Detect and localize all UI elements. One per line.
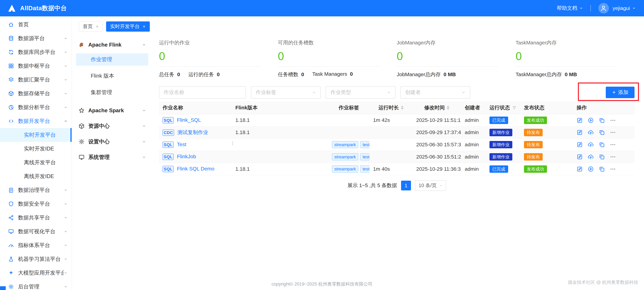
open-tabs-bar: 首页 实时开发平台 — [79, 22, 644, 32]
page-size-select[interactable]: 10 条/页 — [415, 180, 446, 191]
edit-icon[interactable] — [576, 166, 583, 172]
sidebar-item-data-security[interactable]: 数据安全平台 — [0, 197, 72, 211]
sidebar-item-realtime-dev-platform[interactable]: 实时开发平台 — [0, 128, 72, 142]
start-job-icon[interactable] — [588, 117, 594, 124]
sidebar-item-metrics-system[interactable]: 指标体系平台 — [0, 238, 72, 252]
close-icon[interactable] — [142, 25, 146, 28]
sort-icons[interactable] — [401, 106, 404, 110]
table-row: SQLFlinkJob streamparktest 2025-06-30 15… — [159, 151, 634, 163]
sidebar-item-home[interactable]: 首页 — [0, 18, 72, 32]
sidebar-item-offline-dev-platform[interactable]: 离线开发平台 — [0, 156, 72, 170]
chevron-down-icon — [64, 106, 68, 109]
publish-job-icon[interactable] — [588, 129, 594, 136]
submenu-group-resource-center[interactable]: 资源中心 — [76, 118, 148, 134]
more-actions-icon[interactable] — [610, 154, 616, 160]
submenu-group-apache-flink[interactable]: Apache Flink — [76, 37, 148, 52]
sidebar-item-datasource[interactable]: 数据源平台 — [0, 32, 72, 45]
submenu-group-system-management[interactable]: 系统管理 — [76, 150, 148, 165]
submenu-group-settings-center[interactable]: 设置中心 — [76, 134, 148, 150]
flink-icon — [78, 42, 85, 48]
pagination-summary: 展示 1~5 ,共 5 条数据 — [348, 182, 397, 189]
job-name-input[interactable] — [159, 86, 246, 98]
submenu-item-flink-version[interactable]: Flink 版本 — [76, 70, 148, 82]
sync-icon — [8, 49, 14, 55]
share-icon — [8, 215, 14, 220]
sort-icons[interactable] — [447, 106, 449, 110]
chevron-down-icon — [64, 188, 68, 192]
header-divider — [590, 5, 591, 12]
page-number-button[interactable]: 1 — [401, 181, 411, 190]
sidebar-item-data-storage[interactable]: 数据存储平台 — [0, 87, 72, 100]
more-actions-icon[interactable] — [610, 142, 616, 148]
sidebar-item-data-governance[interactable]: 数据治理平台 — [0, 183, 72, 197]
job-name-link[interactable]: 测试复制作业 — [178, 130, 208, 135]
sidebar-corner-accent[interactable] — [0, 286, 6, 290]
sidebar-item-data-visualization[interactable]: 数据可视化平台 — [0, 224, 72, 238]
job-name-link[interactable]: Flink SQL Demo — [177, 166, 214, 172]
edit-icon[interactable] — [576, 129, 583, 136]
user-menu[interactable]: yejiagui — [613, 5, 636, 11]
avatar[interactable] — [598, 3, 609, 14]
app-root: AllData数据中台 帮助文档 yejiagui 首页 数据源平台 — [0, 0, 644, 290]
job-tag-select[interactable]: 作业标签 — [251, 86, 321, 98]
submenu-item-cluster-management[interactable]: 集群管理 — [76, 86, 148, 98]
col-modified-time[interactable]: 修改时间 — [412, 102, 461, 114]
edit-icon[interactable] — [576, 117, 583, 124]
copy-job-icon[interactable] — [599, 142, 605, 148]
hub-icon — [8, 63, 14, 69]
more-actions-icon[interactable] — [610, 166, 616, 172]
col-run-status: 运行状态 — [486, 102, 520, 114]
start-job-icon[interactable] — [588, 166, 594, 172]
pagination: 展示 1~5 ,共 5 条数据 1 10 条/页 — [159, 180, 634, 191]
jobs-table: 作业名称 Flink版本 作业标签 运行时长 修改时间 — [159, 102, 634, 175]
top-header: AllData数据中台 帮助文档 yejiagui — [0, 0, 644, 16]
add-job-button[interactable]: 添加 — [606, 87, 634, 98]
job-name-link[interactable]: Test — [177, 142, 186, 147]
sparkle-icon — [8, 270, 14, 276]
copy-job-icon[interactable] — [599, 154, 605, 160]
job-tag: test — [360, 141, 369, 148]
col-actions: 操作 — [573, 102, 634, 114]
job-type-badge: SQL — [162, 166, 174, 172]
sidebar-item-data-sharing[interactable]: 数据共享平台 — [0, 211, 72, 224]
sidebar-item-data-analysis[interactable]: 数据分析平台 — [0, 100, 72, 114]
tab-home[interactable]: 首页 — [79, 22, 103, 32]
sidebar-item-data-dev[interactable]: 数据开发平台 — [0, 114, 72, 128]
publish-job-icon[interactable] — [588, 154, 594, 160]
col-duration[interactable]: 运行时长 — [370, 102, 412, 114]
submenu-group-apache-spark[interactable]: Apache Spark — [76, 102, 148, 118]
submenu-item-job-management[interactable]: 作业管理 — [76, 53, 148, 66]
column-drag-handle[interactable] — [230, 140, 235, 146]
close-icon[interactable] — [96, 25, 99, 28]
help-docs-menu[interactable]: 帮助文档 — [557, 5, 583, 12]
sidebar-item-data-hub[interactable]: 数据中枢平台 — [0, 59, 72, 73]
job-name-link[interactable]: Flink_SQL — [177, 117, 201, 123]
copy-job-icon[interactable] — [599, 117, 605, 124]
copy-job-icon[interactable] — [599, 166, 605, 172]
chevron-down-icon — [312, 90, 316, 94]
job-type-badge: SQL — [162, 154, 174, 160]
edit-icon[interactable] — [576, 154, 583, 160]
sidebar-item-db-sync[interactable]: 数据库同步平台 — [0, 45, 72, 59]
sidebar-item-data-collect[interactable]: 数据汇聚平台 — [0, 73, 72, 87]
more-actions-icon[interactable] — [610, 129, 616, 136]
creator-select[interactable]: 创建者 — [400, 86, 470, 98]
copy-job-icon[interactable] — [599, 129, 605, 136]
filter-funnel-icon[interactable] — [512, 106, 516, 110]
filter-bar: 作业标签 作业类型 创建者 — [159, 86, 634, 98]
table-header-row: 作业名称 Flink版本 作业标签 运行时长 修改时间 — [159, 102, 634, 114]
sidebar-item-machine-learning[interactable]: 机器学习算法平台 — [0, 252, 72, 266]
job-type-select[interactable]: 作业类型 — [326, 86, 396, 98]
sidebar-item-offline-dev-ide[interactable]: 离线开发IDE — [0, 170, 72, 183]
user-icon — [600, 5, 607, 12]
tab-realtime-dev[interactable]: 实时开发平台 — [106, 22, 150, 32]
publish-job-icon[interactable] — [588, 142, 594, 148]
chevron-down-icon — [64, 202, 68, 206]
col-job-tags: 作业标签 — [328, 102, 370, 114]
sidebar-item-realtime-dev-ide[interactable]: 实时开发IDE — [0, 142, 72, 156]
col-publish-status: 发布状态 — [520, 102, 573, 114]
sidebar-item-llm-app-dev[interactable]: 大模型应用开发平台 — [0, 266, 72, 280]
edit-icon[interactable] — [576, 142, 583, 148]
more-actions-icon[interactable] — [610, 117, 616, 124]
job-name-link[interactable]: FlinkJob — [177, 154, 196, 159]
